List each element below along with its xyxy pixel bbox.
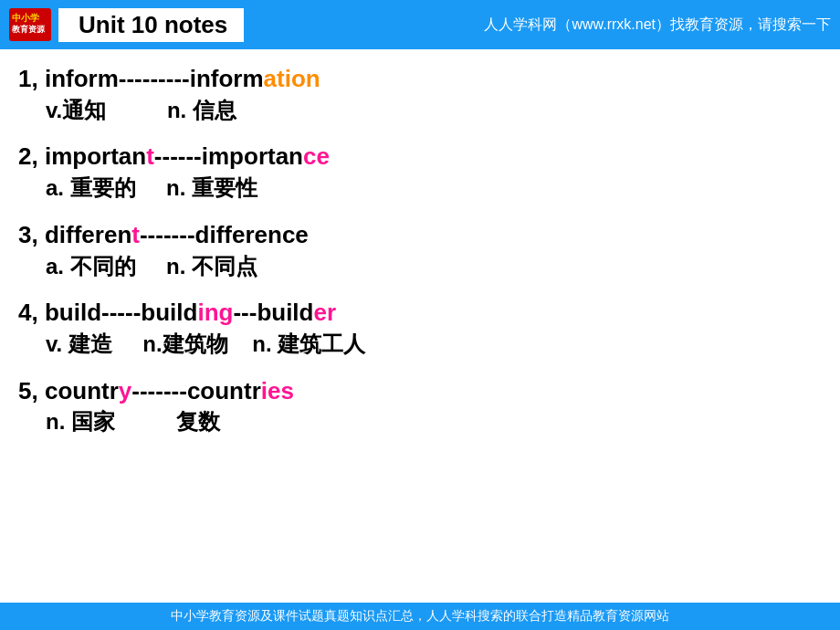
page-title: Unit 10 notes — [71, 9, 235, 40]
word-line-1: 1, inform---------information — [18, 64, 813, 95]
sub-line-5: n. 国家 复数 — [18, 406, 813, 437]
colored-t: t — [146, 142, 154, 170]
main-content: 1, inform---------information v.通知 n. 信息… — [0, 49, 840, 463]
logo-icon: 中小学 教育资源 — [9, 8, 51, 41]
colored-ing: ing — [197, 299, 233, 326]
word-text: inform---------information — [45, 65, 320, 92]
svg-text:教育资源: 教育资源 — [11, 24, 46, 34]
colored-y: y — [119, 377, 131, 404]
header-site-text: 人人学科网（www.rrxk.net）找教育资源，请搜索一下 — [484, 16, 831, 35]
header-left: 中小学 教育资源 Unit 10 notes — [9, 8, 244, 42]
note-item-1: 1, inform---------information v.通知 n. 信息 — [18, 64, 813, 125]
item-number: 2, — [18, 142, 45, 170]
note-item-3: 3, different-------difference a. 不同的 n. … — [18, 220, 813, 281]
colored-er: er — [313, 299, 336, 326]
word-text: country-------countries — [45, 377, 294, 404]
footer-bar: 中小学教育资源及课件试题真题知识点汇总，人人学科搜索的联合打造精品教育资源网站 — [0, 603, 840, 630]
sub-line-1: v.通知 n. 信息 — [18, 95, 813, 126]
note-item-2: 2, important------importance a. 重要的 n. 重… — [18, 142, 813, 203]
sub-line-2: a. 重要的 n. 重要性 — [18, 173, 813, 204]
sub-line-3: a. 不同的 n. 不同点 — [18, 251, 813, 282]
word-line-2: 2, important------importance — [18, 142, 813, 173]
word-line-3: 3, different-------difference — [18, 220, 813, 251]
note-item-4: 4, build-----building---builder v. 建造 n.… — [18, 298, 813, 359]
sub-line-4: v. 建造 n.建筑物 n. 建筑工人 — [18, 329, 813, 360]
svg-text:中小学: 中小学 — [12, 13, 39, 23]
header-bar: 中小学 教育资源 Unit 10 notes 人人学科网（www.rrxk.ne… — [0, 0, 840, 49]
colored-t: t — [131, 221, 140, 248]
note-item-5: 5, country-------countries n. 国家 复数 — [18, 376, 813, 437]
item-number: 1, — [18, 65, 45, 92]
item-number: 5, — [18, 377, 45, 404]
word-text: important------importance — [45, 142, 330, 170]
footer-text: 中小学教育资源及课件试题真题知识点汇总，人人学科搜索的联合打造精品教育资源网站 — [171, 608, 669, 625]
word-text: different-------difference — [45, 221, 309, 248]
item-number: 3, — [18, 221, 45, 248]
colored-ies: ies — [261, 377, 294, 404]
item-number: 4, — [18, 299, 45, 326]
word-line-5: 5, country-------countries — [18, 376, 813, 407]
word-text: build-----building---builder — [45, 299, 336, 326]
word-line-4: 4, build-----building---builder — [18, 298, 813, 329]
colored-ce: ce — [303, 142, 330, 170]
colored-suffix: ation — [264, 65, 320, 92]
